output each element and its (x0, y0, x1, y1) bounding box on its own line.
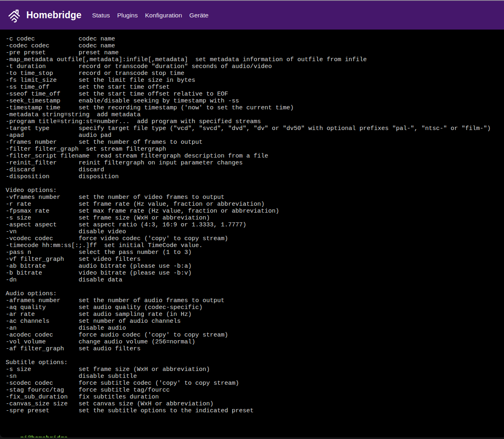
terminal-line: -aframes number set the number of audio … (6, 297, 498, 304)
terminal-line: -timestamp time set the recording timest… (6, 104, 498, 111)
terminal-line: -dn disable data (6, 277, 498, 283)
terminal-line: -sn disable subtitle (6, 373, 498, 380)
header: Homebridge Status Plugins Konfiguration … (0, 0, 504, 30)
terminal-line: -s size set frame size (WxH or abbreviat… (6, 366, 498, 373)
terminal-line: -codec codec codec name (6, 43, 498, 49)
terminal-line: -vf filter_graph set video filters (6, 256, 498, 263)
terminal-line: -ar rate set audio sampling rate (in Hz) (6, 311, 498, 318)
terminal-line: -discard discard (6, 166, 498, 173)
terminal-line: -fix_sub_duration fix subtitles duration (6, 394, 498, 401)
terminal-line: -vn disable video (6, 228, 498, 235)
terminal-line: -program title=string:st=number... add p… (6, 118, 498, 125)
terminal-line: Video options: (6, 187, 498, 194)
terminal-line: -frames number set the number of frames … (6, 139, 498, 146)
terminal-line: -canvas_size size set canvas size (WxH o… (6, 401, 498, 407)
brand-title: Homebridge (26, 10, 81, 21)
terminal-line: -filter filter_graph set stream filtergr… (6, 146, 498, 153)
terminal-line: -vframes number set the number of video … (6, 194, 498, 201)
terminal-line: -t duration record or transcode "duratio… (6, 63, 498, 70)
terminal-line (6, 180, 498, 187)
terminal-line: -sseof time_off set the start time offse… (6, 91, 498, 98)
terminal-line: -ss time_off set the start time offset (6, 84, 498, 91)
terminal-line: -fpsmax rate set max frame rate (Hz valu… (6, 208, 498, 215)
terminal-line: -reinit_filter reinit filtergraph on inp… (6, 160, 498, 166)
terminal-line: -fs limit_size set the limit file size i… (6, 77, 498, 84)
terminal-line: -ab bitrate audio bitrate (please use -b… (6, 263, 498, 270)
nav-geraete[interactable]: Geräte (186, 12, 212, 19)
nav-plugins[interactable]: Plugins (113, 12, 141, 19)
terminal-line: -vcodec codec force video codec ('copy' … (6, 235, 498, 242)
terminal[interactable]: -c codec codec name-codec codec codec na… (0, 30, 504, 437)
terminal-output: -c codec codec name-codec codec codec na… (6, 36, 498, 428)
homebridge-logo-icon (6, 8, 22, 23)
terminal-line: -af filter_graph set audio filters (6, 345, 498, 352)
terminal-line: -s size set frame size (WxH or abbreviat… (6, 215, 498, 222)
nav-konfiguration[interactable]: Konfiguration (141, 12, 186, 19)
terminal-line: -aspect aspect set aspect ratio (4:3, 16… (6, 222, 498, 228)
main-nav: Status Plugins Konfiguration Geräte (88, 12, 212, 19)
terminal-line: -target type specify target file type ("… (6, 125, 498, 132)
terminal-line: -r rate set frame rate (Hz value, fracti… (6, 201, 498, 208)
terminal-line (6, 414, 498, 421)
terminal-line: -map_metadata outfile[,metadata]:infile[… (6, 56, 498, 63)
terminal-line: Subtitle options: (6, 359, 498, 366)
terminal-line: -aq quality set audio quality (codec-spe… (6, 304, 498, 311)
terminal-line: -timecode hh:mm:ss[:;.]ff set initial Ti… (6, 242, 498, 249)
terminal-prompt-line: pi@homebridge : /var/lib/homebridge $ (6, 428, 498, 437)
terminal-line: -filter_script filename read stream filt… (6, 153, 498, 160)
prompt-user-host: pi@homebridge (20, 435, 68, 437)
terminal-line: -vol volume change audio volume (256=nor… (6, 339, 498, 345)
terminal-line: -pass n select the pass number (1 to 3) (6, 249, 498, 256)
terminal-line: -stag fourcc/tag force subtitle tag/four… (6, 387, 498, 394)
terminal-line: -apad audio pad (6, 132, 498, 139)
terminal-line: -acodec codec force audio codec ('copy' … (6, 332, 498, 339)
terminal-line: Audio options: (6, 290, 498, 297)
terminal-line: -pre preset preset name (6, 49, 498, 56)
terminal-line: -spre preset set the subtitle options to… (6, 407, 498, 414)
nav-status[interactable]: Status (88, 12, 113, 19)
terminal-line (6, 283, 498, 290)
terminal-line: -b bitrate video bitrate (please use -b:… (6, 270, 498, 277)
terminal-line: -metadata string=string add metadata (6, 111, 498, 118)
terminal-line: -scodec codec force subtitle codec ('cop… (6, 380, 498, 387)
terminal-line: -to time_stop record or transcode stop t… (6, 70, 498, 77)
terminal-line: -seek_timestamp enable/disable seeking b… (6, 98, 498, 104)
terminal-line: -ac channels set number of audio channel… (6, 318, 498, 325)
terminal-line: -disposition disposition (6, 173, 498, 180)
terminal-line: -an disable audio (6, 325, 498, 332)
brand-link[interactable]: Homebridge (6, 8, 81, 23)
terminal-line (6, 352, 498, 359)
terminal-line: -c codec codec name (6, 36, 498, 43)
terminal-line (6, 421, 498, 428)
